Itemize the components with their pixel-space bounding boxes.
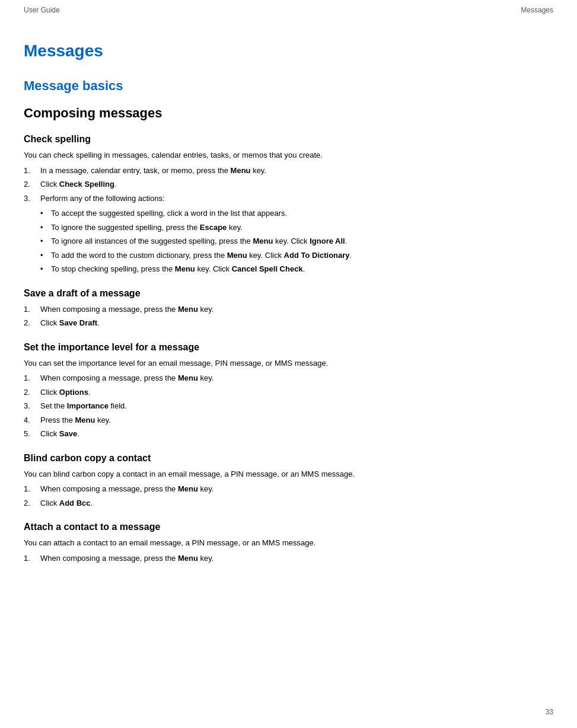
- check-spelling-section: Check spelling You can check spelling in…: [24, 134, 553, 275]
- page-header: User Guide Messages: [0, 0, 577, 18]
- list-item: 3. Perform any of the following actions:: [24, 193, 553, 205]
- check-spelling-bullets: • To accept the suggested spelling, clic…: [40, 207, 553, 275]
- page-number: 33: [546, 708, 553, 716]
- list-item: 1. In a message, calendar entry, task, o…: [24, 165, 553, 177]
- check-spelling-title: Check spelling: [24, 134, 553, 145]
- list-item: 2. Click Check Spelling.: [24, 178, 553, 190]
- importance-level-steps: 1. When composing a message, press the M…: [24, 372, 553, 440]
- header-left: User Guide: [24, 6, 60, 14]
- section-title: Message basics: [24, 78, 553, 94]
- blind-carbon-copy-steps: 1. When composing a message, press the M…: [24, 483, 553, 509]
- page-content: Messages Message basics Composing messag…: [0, 18, 577, 591]
- attach-contact-intro: You can attach a contact to an email mes…: [24, 537, 553, 549]
- blind-carbon-copy-title: Blind carbon copy a contact: [24, 453, 553, 464]
- list-item: • To ignore all instances of the suggest…: [40, 235, 553, 247]
- list-item: 4. Press the Menu key.: [24, 414, 553, 426]
- header-right: Messages: [521, 6, 553, 14]
- importance-level-section: Set the importance level for a message Y…: [24, 342, 553, 440]
- page-title: Messages: [24, 41, 553, 60]
- list-item: 1. When composing a message, press the M…: [24, 483, 553, 495]
- attach-contact-title: Attach a contact to a message: [24, 522, 553, 532]
- save-draft-steps: 1. When composing a message, press the M…: [24, 304, 553, 329]
- composing-messages-title: Composing messages: [24, 106, 553, 121]
- list-item: 5. Click Save.: [24, 428, 553, 440]
- list-item: • To stop checking spelling, press the M…: [40, 263, 553, 275]
- list-item: • To accept the suggested spelling, clic…: [40, 207, 553, 219]
- list-item: 1. When composing a message, press the M…: [24, 372, 553, 384]
- importance-level-title: Set the importance level for a message: [24, 342, 553, 353]
- blind-carbon-copy-section: Blind carbon copy a contact You can blin…: [24, 453, 553, 509]
- list-item: 1. When composing a message, press the M…: [24, 304, 553, 315]
- attach-contact-section: Attach a contact to a message You can at…: [24, 522, 553, 564]
- save-draft-title: Save a draft of a message: [24, 288, 553, 299]
- check-spelling-intro: You can check spelling in messages, cale…: [24, 149, 553, 161]
- list-item: • To add the word to the custom dictiona…: [40, 250, 553, 261]
- save-draft-section: Save a draft of a message 1. When compos…: [24, 288, 553, 329]
- check-spelling-steps: 1. In a message, calendar entry, task, o…: [24, 165, 553, 205]
- list-item: 2. Click Save Draft.: [24, 317, 553, 329]
- importance-level-intro: You can set the importance level for an …: [24, 357, 553, 369]
- blind-carbon-copy-intro: You can blind carbon copy a contact in a…: [24, 468, 553, 480]
- list-item: 3. Set the Importance field.: [24, 400, 553, 412]
- list-item: 2. Click Add Bcc.: [24, 497, 553, 509]
- list-item: 2. Click Options.: [24, 387, 553, 398]
- attach-contact-steps: 1. When composing a message, press the M…: [24, 553, 553, 564]
- list-item: 1. When composing a message, press the M…: [24, 553, 553, 564]
- list-item: • To ignore the suggested spelling, pres…: [40, 222, 553, 234]
